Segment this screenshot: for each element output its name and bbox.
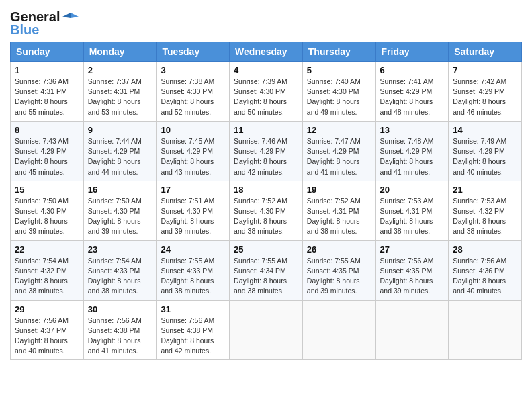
calendar-cell-w4d3 — [230, 300, 303, 360]
calendar-cell-w0d6: 7Sunrise: 7:42 AMSunset: 4:29 PMDaylight… — [449, 62, 522, 122]
day-number: 27 — [380, 244, 445, 255]
calendar-cell-w2d5: 20Sunrise: 7:53 AMSunset: 4:31 PMDayligh… — [375, 181, 449, 240]
calendar-cell-w2d4: 19Sunrise: 7:52 AMSunset: 4:31 PMDayligh… — [302, 181, 375, 240]
day-number: 23 — [88, 244, 152, 255]
day-number: 3 — [161, 65, 225, 75]
day-info: Sunrise: 7:50 AMSunset: 4:30 PMDaylight:… — [15, 196, 79, 237]
header-sunday: Sunday — [11, 42, 84, 62]
day-number: 7 — [453, 65, 517, 75]
calendar-cell-w4d2: 31Sunrise: 7:56 AMSunset: 4:38 PMDayligh… — [157, 300, 230, 360]
day-info: Sunrise: 7:50 AMSunset: 4:30 PMDaylight:… — [88, 196, 152, 237]
day-number: 13 — [380, 125, 445, 135]
day-number: 17 — [161, 185, 225, 195]
day-number: 31 — [161, 304, 225, 314]
day-number: 9 — [88, 125, 152, 135]
day-info: Sunrise: 7:54 AMSunset: 4:33 PMDaylight:… — [88, 256, 152, 297]
day-number: 10 — [161, 125, 225, 135]
calendar-week-4: 29Sunrise: 7:56 AMSunset: 4:37 PMDayligh… — [11, 300, 522, 360]
day-number: 11 — [234, 125, 298, 135]
day-info: Sunrise: 7:51 AMSunset: 4:30 PMDaylight:… — [161, 196, 225, 237]
calendar-cell-w4d0: 29Sunrise: 7:56 AMSunset: 4:37 PMDayligh… — [11, 300, 84, 360]
day-number: 14 — [453, 125, 517, 135]
calendar-cell-w1d2: 10Sunrise: 7:45 AMSunset: 4:29 PMDayligh… — [157, 121, 230, 181]
day-info: Sunrise: 7:52 AMSunset: 4:30 PMDaylight:… — [234, 196, 298, 237]
calendar-cell-w2d2: 17Sunrise: 7:51 AMSunset: 4:30 PMDayligh… — [157, 181, 230, 240]
day-info: Sunrise: 7:56 AMSunset: 4:35 PMDaylight:… — [380, 256, 445, 297]
day-number: 28 — [453, 244, 517, 255]
day-number: 24 — [161, 244, 225, 255]
svg-marker-1 — [62, 13, 71, 18]
day-number: 16 — [88, 185, 152, 195]
calendar-cell-w3d1: 23Sunrise: 7:54 AMSunset: 4:33 PMDayligh… — [83, 240, 157, 300]
calendar-cell-w3d2: 24Sunrise: 7:55 AMSunset: 4:33 PMDayligh… — [157, 240, 230, 300]
day-info: Sunrise: 7:41 AMSunset: 4:29 PMDaylight:… — [380, 77, 445, 118]
calendar-week-1: 8Sunrise: 7:43 AMSunset: 4:29 PMDaylight… — [11, 121, 522, 181]
header-monday: Monday — [83, 42, 157, 62]
calendar-week-2: 15Sunrise: 7:50 AMSunset: 4:30 PMDayligh… — [11, 181, 522, 240]
calendar-cell-w1d3: 11Sunrise: 7:46 AMSunset: 4:29 PMDayligh… — [230, 121, 303, 181]
day-number: 8 — [15, 125, 79, 135]
calendar-week-0: 1Sunrise: 7:36 AMSunset: 4:31 PMDaylight… — [11, 62, 522, 122]
day-number: 12 — [307, 125, 371, 135]
calendar-cell-w1d0: 8Sunrise: 7:43 AMSunset: 4:29 PMDaylight… — [11, 121, 84, 181]
day-info: Sunrise: 7:45 AMSunset: 4:29 PMDaylight:… — [161, 136, 225, 177]
day-number: 29 — [15, 304, 79, 314]
logo-bird-icon — [62, 11, 79, 24]
day-info: Sunrise: 7:47 AMSunset: 4:29 PMDaylight:… — [307, 136, 371, 177]
day-number: 26 — [307, 244, 371, 255]
calendar-cell-w2d6: 21Sunrise: 7:53 AMSunset: 4:32 PMDayligh… — [449, 181, 522, 240]
day-info: Sunrise: 7:40 AMSunset: 4:30 PMDaylight:… — [307, 77, 371, 118]
day-number: 5 — [307, 65, 371, 75]
day-info: Sunrise: 7:39 AMSunset: 4:30 PMDaylight:… — [234, 77, 298, 118]
day-info: Sunrise: 7:55 AMSunset: 4:34 PMDaylight:… — [234, 256, 298, 297]
calendar-cell-w1d4: 12Sunrise: 7:47 AMSunset: 4:29 PMDayligh… — [302, 121, 375, 181]
calendar-table: SundayMondayTuesdayWednesdayThursdayFrid… — [10, 42, 522, 360]
header-tuesday: Tuesday — [157, 42, 230, 62]
day-number: 15 — [15, 185, 79, 195]
day-info: Sunrise: 7:43 AMSunset: 4:29 PMDaylight:… — [15, 136, 79, 177]
day-number: 20 — [380, 185, 445, 195]
calendar-cell-w3d4: 26Sunrise: 7:55 AMSunset: 4:35 PMDayligh… — [302, 240, 375, 300]
day-info: Sunrise: 7:52 AMSunset: 4:31 PMDaylight:… — [307, 196, 371, 237]
header-friday: Friday — [375, 42, 449, 62]
calendar-header-row: SundayMondayTuesdayWednesdayThursdayFrid… — [11, 42, 522, 62]
day-number: 19 — [307, 185, 371, 195]
day-number: 1 — [15, 65, 79, 75]
day-info: Sunrise: 7:56 AMSunset: 4:37 PMDaylight:… — [15, 316, 79, 357]
day-info: Sunrise: 7:38 AMSunset: 4:30 PMDaylight:… — [161, 77, 225, 118]
day-number: 6 — [380, 65, 445, 75]
day-number: 2 — [88, 65, 152, 75]
header-thursday: Thursday — [302, 42, 375, 62]
calendar-cell-w1d5: 13Sunrise: 7:48 AMSunset: 4:29 PMDayligh… — [375, 121, 449, 181]
day-info: Sunrise: 7:46 AMSunset: 4:29 PMDaylight:… — [234, 136, 298, 177]
day-info: Sunrise: 7:56 AMSunset: 4:38 PMDaylight:… — [88, 316, 152, 357]
calendar-cell-w4d5 — [375, 300, 449, 360]
header-wednesday: Wednesday — [230, 42, 303, 62]
day-info: Sunrise: 7:55 AMSunset: 4:33 PMDaylight:… — [161, 256, 225, 297]
calendar-cell-w3d0: 22Sunrise: 7:54 AMSunset: 4:32 PMDayligh… — [11, 240, 84, 300]
calendar-cell-w0d1: 2Sunrise: 7:37 AMSunset: 4:31 PMDaylight… — [83, 62, 157, 122]
day-info: Sunrise: 7:54 AMSunset: 4:32 PMDaylight:… — [15, 256, 79, 297]
calendar-cell-w1d6: 14Sunrise: 7:49 AMSunset: 4:29 PMDayligh… — [449, 121, 522, 181]
day-number: 25 — [234, 244, 298, 255]
svg-marker-0 — [71, 13, 79, 18]
calendar-cell-w3d6: 28Sunrise: 7:56 AMSunset: 4:36 PMDayligh… — [449, 240, 522, 300]
page-header: General Blue — [10, 7, 522, 38]
calendar-week-3: 22Sunrise: 7:54 AMSunset: 4:32 PMDayligh… — [11, 240, 522, 300]
calendar-cell-w3d5: 27Sunrise: 7:56 AMSunset: 4:35 PMDayligh… — [375, 240, 449, 300]
day-info: Sunrise: 7:44 AMSunset: 4:29 PMDaylight:… — [88, 136, 152, 177]
day-number: 4 — [234, 65, 298, 75]
day-info: Sunrise: 7:49 AMSunset: 4:29 PMDaylight:… — [453, 136, 517, 177]
day-info: Sunrise: 7:53 AMSunset: 4:32 PMDaylight:… — [453, 196, 517, 237]
calendar-cell-w1d1: 9Sunrise: 7:44 AMSunset: 4:29 PMDaylight… — [83, 121, 157, 181]
calendar-cell-w4d6 — [449, 300, 522, 360]
header-saturday: Saturday — [449, 42, 522, 62]
day-info: Sunrise: 7:36 AMSunset: 4:31 PMDaylight:… — [15, 77, 79, 118]
day-info: Sunrise: 7:53 AMSunset: 4:31 PMDaylight:… — [380, 196, 445, 237]
calendar-cell-w0d3: 4Sunrise: 7:39 AMSunset: 4:30 PMDaylight… — [230, 62, 303, 122]
day-number: 30 — [88, 304, 152, 314]
calendar-cell-w0d2: 3Sunrise: 7:38 AMSunset: 4:30 PMDaylight… — [157, 62, 230, 122]
day-number: 22 — [15, 244, 79, 255]
calendar-cell-w3d3: 25Sunrise: 7:55 AMSunset: 4:34 PMDayligh… — [230, 240, 303, 300]
day-info: Sunrise: 7:56 AMSunset: 4:38 PMDaylight:… — [161, 316, 225, 357]
